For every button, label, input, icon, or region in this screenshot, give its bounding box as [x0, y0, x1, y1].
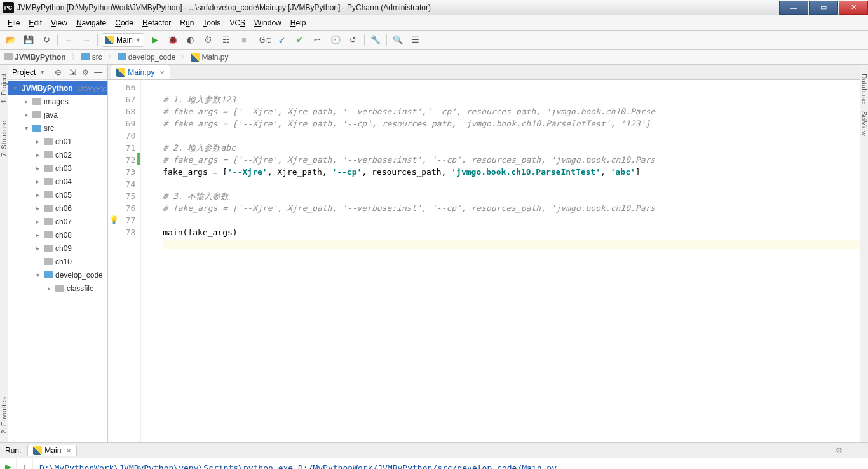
hide-icon[interactable]: — — [93, 65, 104, 79]
concurrency-icon[interactable]: ☷ — [219, 33, 233, 47]
folder-icon — [44, 218, 53, 225]
forward-icon[interactable]: → — [79, 33, 93, 47]
project-tree[interactable]: ▾JVMByPythonD:\MyPythonWork\JVMByPython … — [8, 80, 107, 442]
editor-area: Main.py ✕ 💡 66676869707172737475767778 #… — [108, 65, 860, 442]
tree-ch05[interactable]: ▸ch05 — [8, 188, 107, 201]
vcs-compare-icon[interactable]: ⤺ — [311, 33, 325, 47]
tool-database[interactable]: Database — [860, 70, 868, 107]
menu-run[interactable]: Run — [176, 17, 198, 29]
search-icon[interactable]: 🔍 — [391, 33, 405, 47]
tool-sciview[interactable]: SciView — [860, 107, 868, 140]
tree-classfile[interactable]: ▸classfile — [8, 282, 107, 295]
run-label: Run: — [5, 446, 21, 455]
tool-structure[interactable]: 7: Structure — [0, 117, 8, 161]
python-icon — [116, 68, 125, 77]
coverage-icon[interactable]: ◐ — [184, 33, 198, 47]
folder-icon — [32, 111, 41, 118]
crumb-file[interactable]: Main.py — [191, 53, 231, 62]
console-output[interactable]: D:\MyPythonWork\JVMByPython\venv\Scripts… — [33, 458, 868, 469]
settings-icon[interactable]: 🔧 — [369, 33, 383, 47]
tree-images[interactable]: ▸images — [8, 95, 107, 108]
run-tab-main[interactable]: Main ✕ — [27, 445, 77, 456]
code-editor[interactable]: 💡 66676869707172737475767778 # 1. 输入参数12… — [108, 80, 860, 442]
tree-ch09[interactable]: ▸ch09 — [8, 241, 107, 255]
tool-project[interactable]: 1: Project — [0, 70, 8, 107]
expand-icon[interactable]: ⇲ — [67, 65, 78, 79]
menu-view[interactable]: View — [47, 17, 71, 29]
tree-ch07[interactable]: ▸ch07 — [8, 215, 107, 228]
run-icon[interactable]: ▶ — [148, 33, 162, 47]
intention-bulb-icon[interactable]: 💡 — [109, 214, 119, 226]
tree-develop-code[interactable]: ▾develop_code — [8, 268, 107, 282]
profile-icon[interactable]: ⏱ — [201, 33, 215, 47]
tab-main-py[interactable]: Main.py ✕ — [111, 65, 170, 79]
close-tab-icon[interactable]: ✕ — [159, 69, 165, 76]
vcs-commit-icon[interactable]: ✔ — [293, 33, 307, 47]
code-body[interactable]: # 1. 输入参数123 # fake_args = ['--Xjre', Xj… — [141, 80, 860, 442]
menu-edit[interactable]: Edit — [25, 17, 46, 29]
python-icon — [191, 53, 200, 62]
structure-popup-icon[interactable]: ☰ — [409, 33, 423, 47]
editor-tabs: Main.py ✕ — [108, 65, 860, 80]
tree-src[interactable]: ▾src — [8, 121, 107, 135]
rerun-icon[interactable]: ▶ — [5, 462, 11, 469]
tree-ch03[interactable]: ▸ch03 — [8, 161, 107, 175]
folder-icon — [32, 125, 41, 132]
menu-refactor[interactable]: Refactor — [139, 17, 175, 29]
menu-file[interactable]: File — [4, 17, 24, 29]
locate-icon[interactable]: ⊕ — [53, 65, 64, 79]
crumb-src[interactable]: src — [81, 53, 105, 62]
folder-icon — [44, 245, 53, 252]
git-label: Git: — [259, 36, 271, 44]
python-icon — [33, 446, 42, 455]
sync-icon[interactable]: ↻ — [39, 33, 53, 47]
menu-navigate[interactable]: Navigate — [72, 17, 110, 29]
pycharm-icon: PC — [3, 2, 14, 13]
tree-java[interactable]: ▸java — [8, 108, 107, 121]
crumb-root[interactable]: JVMByPython — [4, 53, 69, 62]
tree-ch04[interactable]: ▸ch04 — [8, 175, 107, 188]
folder-icon — [118, 53, 126, 60]
tree-root[interactable]: ▾JVMByPythonD:\MyPythonWork\JVMByPython — [8, 81, 107, 95]
save-icon[interactable]: 💾 — [22, 33, 36, 47]
maximize-button[interactable]: ▭ — [809, 1, 838, 15]
tree-ch01[interactable]: ▸ch01 — [8, 135, 107, 148]
run-config-selector[interactable]: Main ▼ — [102, 33, 144, 47]
vcs-history-icon[interactable]: 🕘 — [329, 33, 342, 47]
tree-ch06[interactable]: ▸ch06 — [8, 201, 107, 215]
folder-icon — [44, 178, 53, 185]
debug-icon[interactable]: 🐞 — [166, 33, 180, 47]
menu-code[interactable]: Code — [111, 17, 137, 29]
folder-icon — [44, 231, 53, 238]
folder-icon — [44, 165, 53, 172]
vcs-revert-icon[interactable]: ↺ — [346, 33, 360, 47]
run-tool-window: Run: Main ✕ ⚙ — ▶ ■ ⏸ ⇱ 📌 ↑ ↓ ☰ ⤓ 🖶 — [0, 442, 868, 469]
gear-icon[interactable]: ⚙ — [82, 68, 89, 77]
open-icon[interactable]: 📂 — [4, 33, 18, 47]
close-tab-icon[interactable]: ✕ — [66, 447, 71, 454]
close-button[interactable]: ✕ — [839, 1, 868, 15]
tree-ch08[interactable]: ▸ch08 — [8, 228, 107, 241]
menu-vcs[interactable]: VCS — [226, 17, 249, 29]
tree-ch02[interactable]: ▸ch02 — [8, 148, 107, 161]
gear-icon[interactable]: ⚙ — [836, 446, 843, 455]
crumb-develop-code[interactable]: develop_code — [118, 53, 179, 62]
tool-favorites[interactable]: 2: Favorites — [0, 393, 8, 437]
chevron-down-icon[interactable]: ▼ — [39, 69, 45, 76]
back-icon[interactable]: ← — [62, 33, 76, 47]
stop-icon[interactable]: ■ — [237, 33, 251, 47]
minimize-button[interactable]: — — [779, 1, 808, 15]
menu-help[interactable]: Help — [287, 17, 310, 29]
folder-icon — [44, 258, 53, 265]
up-icon[interactable]: ↑ — [22, 462, 27, 469]
hide-icon[interactable]: — — [849, 444, 863, 458]
tree-ch10[interactable]: ch10 — [8, 255, 107, 268]
project-panel: Project ▼ ⊕ ⇲ ⚙ — ▾JVMByPythonD:\MyPytho… — [8, 65, 108, 442]
right-tool-strip: Database SciView — [860, 65, 868, 442]
folder-icon — [44, 191, 53, 198]
menu-window[interactable]: Window — [250, 17, 285, 29]
folder-icon — [55, 285, 64, 292]
menu-tools[interactable]: Tools — [199, 17, 224, 29]
project-panel-header: Project ▼ ⊕ ⇲ ⚙ — — [8, 65, 107, 80]
vcs-update-icon[interactable]: ↙ — [275, 33, 289, 47]
